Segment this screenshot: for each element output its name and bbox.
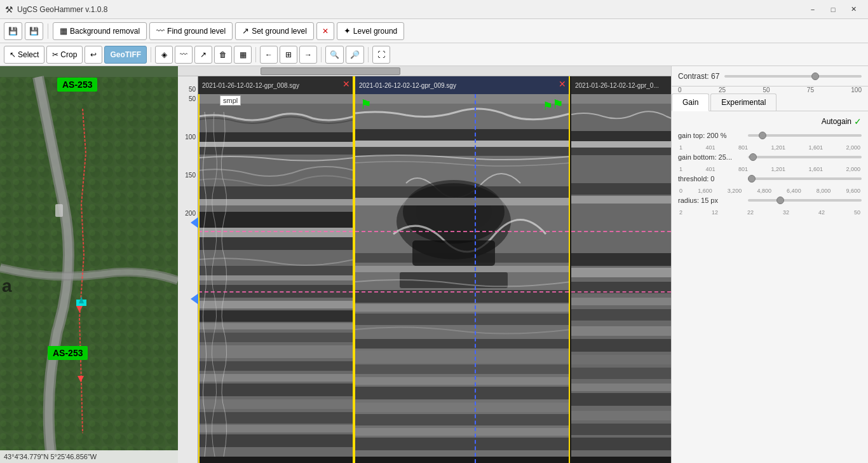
next-icon: →	[304, 50, 312, 59]
section-010-header: 2021-01-26-12-02-12-gpr_0...	[571, 76, 671, 94]
tick-0: 0	[678, 86, 682, 93]
scale-column: 50 50 100 150 200	[178, 76, 198, 463]
svg-rect-56	[355, 387, 569, 399]
svg-rect-29	[198, 374, 353, 382]
svg-rect-5	[55, 204, 63, 217]
prev-button[interactable]: ←	[260, 46, 278, 64]
pink-line-010-1	[571, 231, 671, 232]
gain-top-slider[interactable]	[748, 134, 862, 137]
svg-rect-80	[571, 424, 671, 435]
gain-top-row: gain top: 200 %	[678, 132, 862, 139]
coordinate-bar: 43°4'34.779"N 5°25'46.856"W	[0, 450, 178, 463]
select-button[interactable]: ↖ Select	[4, 46, 44, 64]
gain-bottom-ticks: 1 401 801 1,201 1,601 2,000	[678, 166, 862, 172]
autogain-check[interactable]: ✓	[854, 116, 862, 127]
background-removal-button[interactable]: ▦ Background removal	[53, 22, 147, 40]
svg-rect-71	[571, 298, 671, 305]
threshold-ticks: 0 1,600 3,200 4,800 6,400 8,000 9,600	[678, 188, 862, 194]
seismic-009-svg: ⚑	[355, 94, 569, 457]
svg-rect-12	[198, 132, 353, 142]
svg-rect-55	[355, 377, 569, 385]
svg-rect-74	[571, 339, 671, 352]
tab-experimental[interactable]: Experimental	[710, 93, 776, 111]
svg-rect-38	[355, 141, 569, 147]
next-button[interactable]: →	[299, 46, 317, 64]
pointer-tool-button[interactable]: ◈	[155, 46, 173, 64]
svg-rect-21	[198, 275, 353, 280]
gain-tabs: Gain Experimental	[672, 93, 868, 111]
svg-rect-65	[571, 148, 671, 155]
undo-button[interactable]: ↩	[85, 46, 102, 64]
gpr-panel[interactable]: 50 50 100 150 200 smpl 2021-01-26-12-02-…	[178, 66, 671, 463]
threshold-slider[interactable]	[748, 177, 862, 180]
svg-rect-13	[198, 142, 353, 147]
coordinates: 43°4'34.779"N 5°25'46.856"W	[4, 453, 97, 460]
zoom-in-button[interactable]: 🔍	[325, 46, 344, 64]
svg-rect-79	[571, 411, 671, 420]
maximize-button[interactable]: □	[824, 3, 843, 16]
save-as-button[interactable]: 💾	[25, 22, 43, 40]
titlebar: ⚒ UgCS GeoHammer v.1.0.8 − □ ✕	[0, 0, 868, 19]
crop-button[interactable]: ✂ Crop	[46, 46, 83, 64]
grid-delete-icon: ▦	[240, 50, 247, 59]
svg-rect-64	[571, 141, 671, 148]
set-ground-level-button[interactable]: ↗ Set ground level	[235, 22, 314, 40]
blue-vline-009	[475, 94, 476, 463]
svg-rect-59	[355, 428, 569, 436]
svg-rect-27	[198, 345, 353, 358]
prev-icon: ←	[265, 50, 273, 59]
set-ground-icon: ↗	[242, 26, 249, 36]
pink-line-2	[198, 291, 353, 293]
scale-100: 100	[185, 134, 196, 141]
svg-rect-17	[198, 212, 353, 228]
radius-slider[interactable]	[748, 199, 862, 202]
svg-rect-47	[355, 253, 569, 263]
level-ground-icon: ✦	[344, 26, 351, 36]
close-button[interactable]: ✕	[844, 3, 863, 16]
section-008-close[interactable]: ✕	[342, 79, 350, 89]
close-section-button[interactable]: ✕	[316, 22, 334, 40]
wave-tool-button[interactable]: 〰	[175, 46, 193, 64]
gpr-scrollbar[interactable]	[178, 66, 671, 76]
minimize-button[interactable]: −	[803, 3, 822, 16]
section-009-close[interactable]: ✕	[559, 79, 566, 89]
fit-button[interactable]: ⊞	[280, 46, 297, 64]
svg-rect-37	[355, 129, 569, 141]
tick-100: 100	[851, 86, 862, 93]
flag-009: ⚑	[543, 100, 553, 113]
toolbar-row2: ↖ Select ✂ Crop ↩ GeoTIFF ◈ 〰 ↗ 🗑 ▦ ← ⊞ …	[0, 43, 868, 66]
geotiff-button[interactable]: GeoTIFF	[104, 46, 147, 64]
pink-line-009-1	[355, 231, 569, 232]
svg-rect-58	[355, 414, 569, 425]
tick-50: 50	[763, 86, 770, 93]
section-008: 2021-01-26-12-02-12-gpr_008.sgy ✕	[198, 76, 354, 463]
find-ground-level-button[interactable]: 〰 Find ground level	[149, 22, 233, 40]
main-content: AS-253 AS-253 a 43°4'34.779"N 5°25'46.85…	[0, 66, 868, 463]
pink-line-010-2	[571, 291, 671, 293]
svg-rect-75	[571, 355, 671, 364]
app-title: ⚒ UgCS GeoHammer v.1.0.8	[5, 4, 108, 15]
zoom-out-button[interactable]: 🔎	[346, 46, 364, 64]
grid-delete-button[interactable]: ▦	[234, 46, 252, 64]
contrast-row: Contrast: 67	[672, 66, 868, 86]
scale-50: 50	[189, 86, 196, 93]
delete-button[interactable]: 🗑	[214, 46, 232, 64]
section-009-filename: 2021-01-26-12-02-12-gpr_009.sgy	[359, 82, 456, 89]
geotiff-label: GeoTIFF	[110, 50, 141, 59]
svg-rect-52	[355, 339, 569, 349]
save-button[interactable]: 💾	[4, 22, 22, 40]
gain-bottom-slider[interactable]	[748, 156, 862, 158]
radius-label: radius: 15 px	[678, 197, 748, 204]
tab-gain[interactable]: Gain	[672, 93, 709, 111]
threshold-label: threshold: 0	[678, 175, 748, 183]
scrollbar-thumb[interactable]	[261, 67, 400, 75]
flag-009-right: ⚑	[552, 97, 564, 112]
crosshair-button[interactable]: ⛶	[372, 46, 390, 64]
gpr-content: 50 50 100 150 200 smpl 2021-01-26-12-02-…	[178, 76, 671, 463]
level-ground-button[interactable]: ✦ Level ground	[337, 22, 404, 40]
arrow-tool-button[interactable]: ↗	[194, 46, 212, 64]
svg-rect-24	[198, 310, 353, 322]
radius-row: radius: 15 px	[678, 197, 862, 204]
svg-rect-73	[571, 326, 671, 336]
contrast-slider[interactable]	[724, 75, 862, 78]
